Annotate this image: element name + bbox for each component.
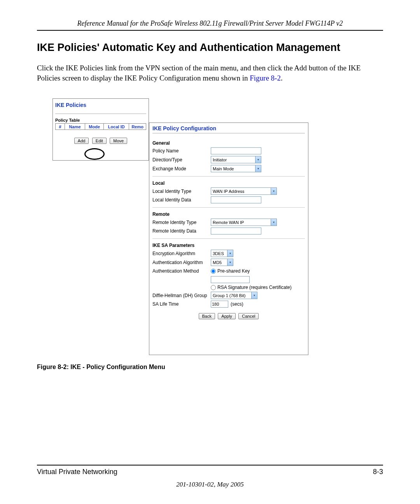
config-title: IKE Policy Configuration <box>152 125 305 131</box>
policy-name-label: Policy Name <box>152 148 211 154</box>
body-text-2: . <box>281 74 283 82</box>
col-localid: Local ID <box>104 124 129 130</box>
move-button[interactable]: Move <box>110 138 127 144</box>
remote-type-label: Remote Identity Type <box>152 220 211 225</box>
table-header-row: # Name Mode Local ID Remo <box>56 124 146 130</box>
figure-link[interactable]: Figure 8-2 <box>250 74 281 82</box>
remote-data-label: Remote Identity Data <box>152 228 211 234</box>
policy-table: # Name Mode Local ID Remo <box>55 123 146 130</box>
add-button[interactable]: Add <box>74 138 89 144</box>
remote-data-input[interactable] <box>211 228 261 234</box>
footer-right: 8-3 <box>373 468 383 476</box>
body-paragraph: Click the IKE Policies link from the VPN… <box>37 63 383 83</box>
psk-input[interactable] <box>211 276 250 283</box>
chevron-down-icon: ▾ <box>227 250 233 257</box>
general-header: General <box>152 140 305 146</box>
life-unit: (secs) <box>231 301 243 307</box>
policy-name-input[interactable] <box>211 147 261 154</box>
col-mode: Mode <box>85 124 104 130</box>
chevron-down-icon: ▾ <box>251 292 257 299</box>
enc-value: 3DES <box>213 251 224 256</box>
direction-select[interactable]: Initiator ▾ <box>211 156 261 163</box>
ike-policies-title: IKE Policies <box>53 99 149 114</box>
remote-type-select[interactable]: Remote WAN IP ▾ <box>211 219 277 226</box>
right-rule <box>152 133 305 133</box>
auth-alg-value: MD5 <box>213 260 222 265</box>
separator <box>152 176 305 177</box>
local-header: Local <box>152 180 305 186</box>
footer-docid: 201-10301-02, May 2005 <box>0 481 420 488</box>
col-num: # <box>56 124 65 130</box>
local-type-select[interactable]: WAN IP Address ▾ <box>211 187 277 195</box>
rsa-radio-row[interactable]: RSA Signature (requires Certificate) <box>211 285 305 290</box>
psk-radio[interactable] <box>211 269 216 274</box>
direction-value: Initiator <box>213 158 227 162</box>
config-buttons: Back Apply Cancel <box>152 313 305 319</box>
direction-label: Direction/Type <box>152 157 211 163</box>
policy-table-label: Policy Table <box>53 118 149 122</box>
separator <box>152 238 305 239</box>
ike-policy-config-panel: IKE Policy Configuration General Policy … <box>149 122 308 355</box>
enc-select[interactable]: 3DES ▾ <box>211 250 233 257</box>
manual-header: Reference Manual for the ProSafe Wireles… <box>37 19 383 28</box>
sa-header: IKE SA Parameters <box>152 243 305 248</box>
section-title: IKE Policies' Automatic Key and Authenti… <box>37 42 383 54</box>
left-button-row: Add Edit Move <box>53 137 149 144</box>
exchange-value: Main Mode <box>213 166 234 171</box>
body-text-1: Click the IKE Policies link from the VPN… <box>37 64 360 82</box>
col-remote: Remo <box>129 124 146 130</box>
separator <box>152 207 305 208</box>
local-data-label: Local Identity Data <box>152 197 211 203</box>
footer-rule <box>37 465 383 466</box>
col-name: Name <box>65 124 85 130</box>
exchange-select[interactable]: Main Mode ▾ <box>211 165 261 172</box>
cancel-button[interactable]: Cancel <box>238 313 259 319</box>
life-input[interactable] <box>211 301 228 308</box>
chevron-down-icon: ▾ <box>227 259 233 266</box>
dh-value: Group 1 (768 Bit) <box>213 293 245 298</box>
header-rule <box>37 30 383 31</box>
life-label: SA Life Time <box>152 301 211 307</box>
chevron-down-icon: ▾ <box>255 156 261 163</box>
rsa-label: RSA Signature (requires Certificate) <box>217 285 292 290</box>
enc-label: Encryption Algorithm <box>152 251 211 256</box>
rsa-radio[interactable] <box>211 285 216 290</box>
exchange-label: Exchange Mode <box>152 166 211 172</box>
edit-button[interactable]: Edit <box>92 138 107 144</box>
psk-radio-row[interactable]: Pre-shared Key <box>211 268 250 274</box>
psk-label: Pre-shared Key <box>217 268 250 274</box>
chevron-down-icon: ▾ <box>255 165 261 172</box>
local-type-label: Local Identity Type <box>152 189 211 194</box>
auth-method-label: Authentication Method <box>152 268 211 274</box>
dh-select[interactable]: Group 1 (768 Bit) ▾ <box>211 292 257 299</box>
dh-label: Diffie-Hellman (DH) Group <box>152 293 211 298</box>
auth-alg-select[interactable]: MD5 ▾ <box>211 259 233 266</box>
figure-container: IKE Policies Policy Table # Name Mode Lo… <box>52 98 309 355</box>
auth-alg-label: Authentication Algorithm <box>152 260 211 265</box>
chevron-down-icon: ▾ <box>271 188 276 194</box>
local-type-value: WAN IP Address <box>213 189 244 194</box>
local-data-input[interactable] <box>211 196 261 203</box>
figure-caption: Figure 8-2: IKE - Policy Configuration M… <box>37 364 383 371</box>
back-button[interactable]: Back <box>199 313 215 319</box>
page-footer: Virtual Private Networking 8-3 <box>37 465 383 476</box>
ike-policies-panel: IKE Policies Policy Table # Name Mode Lo… <box>52 98 149 161</box>
chevron-down-icon: ▾ <box>271 219 276 226</box>
footer-left: Virtual Private Networking <box>37 468 117 476</box>
left-rule <box>55 114 146 114</box>
apply-button[interactable]: Apply <box>218 313 236 319</box>
remote-type-value: Remote WAN IP <box>213 220 244 225</box>
remote-header: Remote <box>152 212 305 217</box>
